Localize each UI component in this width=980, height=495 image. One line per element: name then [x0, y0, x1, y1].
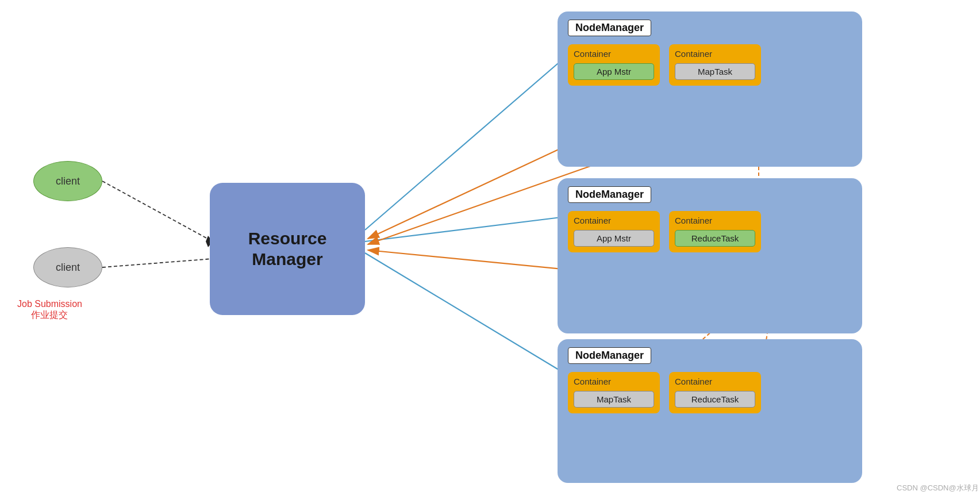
node-manager-3-title: NodeManager	[575, 350, 644, 361]
container-2-2-label: Container	[675, 216, 712, 225]
container-3-1-label: Container	[574, 377, 611, 386]
svg-line-3	[365, 49, 575, 230]
node-manager-2-label-box: NodeManager	[568, 186, 651, 203]
svg-line-5	[365, 253, 575, 379]
node-panel-2-container-2: Container ReduceTask	[669, 211, 761, 252]
node-manager-1-title: NodeManager	[575, 22, 644, 33]
svg-line-4	[365, 216, 575, 241]
diagram-container: client client Job Submission 作业提交 Resour…	[0, 0, 980, 495]
node-manager-3-label-box: NodeManager	[568, 347, 651, 364]
client1-label: client	[56, 175, 80, 187]
node-panel-3-container-2: Container ReduceTask	[669, 372, 761, 413]
client2-label: client	[56, 262, 80, 274]
container-1-1-inner: App Mstr	[574, 63, 654, 80]
watermark: CSDN @CSDN@水球月	[897, 483, 979, 493]
container-3-1-inner: MapTask	[574, 391, 654, 408]
node-panel-1: NodeManager Container App Mstr Container…	[558, 11, 862, 167]
node-manager-1-label-box: NodeManager	[568, 20, 651, 36]
resource-manager-box: Resource Manager	[210, 183, 365, 315]
job-submission-line2: 作业提交	[17, 309, 82, 321]
container-2-1-inner: App Mstr	[574, 230, 654, 247]
svg-line-0	[102, 181, 213, 241]
container-1-2-label: Container	[675, 49, 712, 59]
node-panel-3-containers: Container MapTask Container ReduceTask	[568, 372, 852, 413]
job-submission-line1: Job Submission	[17, 299, 82, 309]
node-panel-1-container-1: Container App Mstr	[568, 44, 660, 86]
client1-ellipse: client	[33, 161, 102, 201]
svg-line-1	[102, 259, 213, 267]
node-panel-1-container-2: Container MapTask	[669, 44, 761, 86]
container-3-2-inner: ReduceTask	[675, 391, 755, 408]
node-panel-1-containers: Container App Mstr Container MapTask	[568, 44, 852, 86]
node-panel-2: NodeManager Container App Mstr Container…	[558, 178, 862, 333]
node-panel-2-container-1: Container App Mstr	[568, 211, 660, 252]
job-submission-text: Job Submission 作业提交	[17, 299, 82, 321]
client2-ellipse: client	[33, 247, 102, 287]
node-panel-2-containers: Container App Mstr Container ReduceTask	[568, 211, 852, 252]
node-manager-2-title: NodeManager	[575, 189, 644, 200]
container-2-1-label: Container	[574, 216, 611, 225]
container-3-2-label: Container	[675, 377, 712, 386]
container-1-1-label: Container	[574, 49, 611, 59]
container-2-2-inner: ReduceTask	[675, 230, 755, 247]
node-panel-3-container-1: Container MapTask	[568, 372, 660, 413]
container-1-2-inner: MapTask	[675, 63, 755, 80]
node-panel-3: NodeManager Container MapTask Container …	[558, 339, 862, 483]
resource-manager-text: Resource Manager	[248, 228, 327, 270]
